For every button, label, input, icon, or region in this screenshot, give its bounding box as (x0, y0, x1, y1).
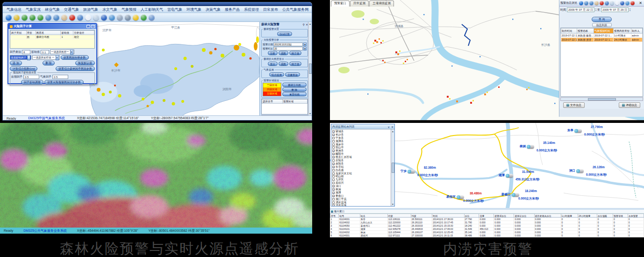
dialog-button[interactable]: 因子影响调整 (21, 80, 43, 85)
menu-item[interactable]: 气象预报 (122, 7, 136, 12)
checkbox-icon[interactable]: ✓ (332, 163, 335, 165)
checkbox-icon[interactable] (332, 172, 335, 175)
layer-panel-titlebar[interactable]: 内涝监测站点列表 ∨ ✕ (331, 124, 394, 129)
legend-icon[interactable] (620, 1, 624, 5)
checkbox-icon[interactable]: ✓ (332, 130, 335, 133)
table-row[interactable]: 361104050姜畲河口112.46122226.3033332014/12/… (330, 224, 644, 228)
scroll-left-icon[interactable]: ◄ (262, 115, 265, 116)
column-header[interactable]: 站名 (360, 214, 387, 218)
column-header[interactable]: 超警戒水位 (494, 214, 514, 218)
checkbox-icon[interactable]: ✓ (332, 195, 335, 197)
page2-icon[interactable] (615, 1, 619, 5)
menu-item[interactable]: 气象实况 (26, 7, 41, 12)
chart-icon[interactable] (625, 1, 630, 5)
column-header[interactable]: 流量 (479, 214, 494, 218)
column-header[interactable]: 1小时雨量 (561, 214, 578, 218)
tab-3[interactable]: 土壤墒情监测 (369, 0, 394, 7)
column-header[interactable]: 选择县市 (262, 100, 283, 104)
column-header[interactable]: 预警区域 (283, 100, 308, 104)
menu-item[interactable]: 水文气象 (102, 7, 117, 12)
globe-icon[interactable] (6, 14, 12, 21)
panel-vscrollbar[interactable]: ▲ ▼ (308, 22, 312, 115)
new-window-icon[interactable] (77, 14, 83, 21)
layer-item[interactable]: ✓株洲 (332, 188, 390, 191)
weather-factor-input[interactable]: 0.5 (52, 75, 68, 79)
dialog-titlebar[interactable]: 火险因子计算 _ ✕ (8, 24, 96, 29)
column-header[interactable]: 经度 (387, 214, 411, 218)
menu-item[interactable]: 气象信息 (7, 7, 21, 12)
table-row[interactable]: 661104301易俗河112.97111127.3300002014/12/1… (330, 234, 644, 237)
scroll-right-icon[interactable]: ► (304, 115, 308, 116)
panel-action-button[interactable]: 详细信息 (619, 102, 640, 108)
window-titlebar[interactable] (3, 2, 312, 6)
checkbox-icon[interactable]: ✓ (332, 166, 335, 168)
column-header[interactable]: 气象预报时间 (594, 29, 614, 34)
select-arrow-icon[interactable] (29, 14, 36, 21)
layer-select[interactable]: 一请选择图层一▾ (50, 50, 74, 54)
column-header[interactable]: 纬度 (411, 214, 432, 218)
select-arrow2-icon[interactable] (37, 14, 43, 21)
column-header[interactable]: 超历史最高水位 (534, 214, 561, 218)
checkbox-icon[interactable]: ✓ (332, 204, 335, 206)
checkbox-icon[interactable] (332, 201, 335, 204)
close-red-icon[interactable] (600, 1, 604, 5)
table-row[interactable]: 面森林分布图1相交 (11, 35, 94, 39)
map-icon[interactable] (149, 14, 155, 21)
layer-vscrollbar[interactable]: ▲ ▼ (391, 129, 394, 206)
column-header[interactable]: 分析途径 (73, 31, 94, 35)
column-header[interactable]: 制作时间 (561, 29, 577, 34)
layer-param-button[interactable]: 设置图层分析参数 (61, 55, 89, 60)
pan-hand-icon[interactable] (61, 14, 67, 21)
layer-item[interactable]: ✓涟水流域 (332, 204, 390, 206)
fly-to-icon[interactable] (21, 14, 28, 21)
checkbox-icon[interactable]: ✓ (332, 134, 335, 136)
panel-button[interactable]: 站点监测 (269, 72, 284, 77)
identify-icon[interactable] (610, 1, 614, 5)
checkbox-icon[interactable]: ✓ (332, 192, 335, 194)
close-icon[interactable]: ✕ (391, 125, 394, 128)
chevron-down-icon[interactable]: ▾ (303, 43, 307, 46)
pin-icon[interactable] (133, 14, 139, 21)
column-header[interactable]: 影响值 (61, 31, 73, 35)
column-header[interactable]: 时间 (432, 214, 464, 218)
table-row[interactable]: 2019-07-22 1...风险度:暴雨...2019-07-22 1...1… (561, 34, 643, 38)
menu-item[interactable]: 人工影响天气 (141, 7, 163, 12)
column-header[interactable]: 制作人 (631, 29, 643, 34)
checkbox-icon[interactable] (332, 137, 335, 139)
date-to-field[interactable]: 2009 年 07 月 29 日 (601, 7, 629, 12)
checkbox-icon[interactable]: ✓ (332, 188, 335, 191)
checkbox-icon[interactable] (332, 198, 335, 200)
dialog-button[interactable]: 添 加 (10, 61, 22, 65)
minimize-icon[interactable]: _ (86, 25, 90, 28)
panel-button[interactable]: 卫星雷达 (285, 72, 300, 77)
column-header[interactable]: 预警等级 (613, 214, 628, 218)
globe-icon[interactable] (579, 1, 583, 5)
dialog-button[interactable]: 恢复默认值 (75, 61, 95, 65)
map-viewport[interactable]: 汨罗市平江县长沙市浏阳市 火险因子计算 _ ✕ 因子类别类型图层名影响值分析途径… (3, 22, 312, 115)
pin-icon[interactable]: ⚲ (303, 23, 305, 26)
table-row[interactable]: 561104202株洲113.10544426.2061072014/12/1 … (330, 231, 644, 234)
tab-1[interactable]: 预警窗口 (331, 0, 350, 7)
panel-hscrollbar[interactable]: ◄ ► (261, 115, 308, 115)
checkbox-icon[interactable]: ✓ (332, 185, 335, 187)
query-button[interactable]: 查 询 (592, 17, 612, 22)
hscrollbar[interactable] (560, 97, 643, 101)
checkbox-icon[interactable] (332, 140, 335, 143)
checkbox-icon[interactable] (332, 143, 335, 146)
back-icon[interactable] (141, 14, 147, 21)
table-row[interactable]: 461104101湘潭112.93527826.4408332014/12/1 … (330, 228, 644, 231)
checkbox-icon[interactable]: ✓ (332, 150, 335, 152)
station-data-table[interactable]: 序号站号站名经度纬度时间水位流量超警戒水位超保证水位超历史最高水位1小时雨量24… (330, 214, 644, 237)
menu-item[interactable]: 雷电气象 (167, 7, 182, 12)
collapse-icon[interactable]: ∨ (388, 125, 390, 128)
sample-select[interactable]: 一请选择采样值 一▾ (32, 55, 60, 60)
table-row[interactable]: 161104001朱亭113.10611126.5001112014/12/1 … (330, 218, 644, 221)
weight-input[interactable]: 0.1 (41, 50, 49, 54)
print-icon[interactable] (117, 14, 123, 21)
column-header[interactable]: 序号 (330, 214, 339, 218)
dialog-button[interactable]: 删 除 (43, 61, 55, 65)
scroll-thumb[interactable] (588, 98, 616, 100)
factor-no-input[interactable]: 8 (22, 50, 30, 54)
zoom-out-icon[interactable] (53, 14, 59, 21)
column-header[interactable]: 预警名称 (577, 29, 594, 34)
